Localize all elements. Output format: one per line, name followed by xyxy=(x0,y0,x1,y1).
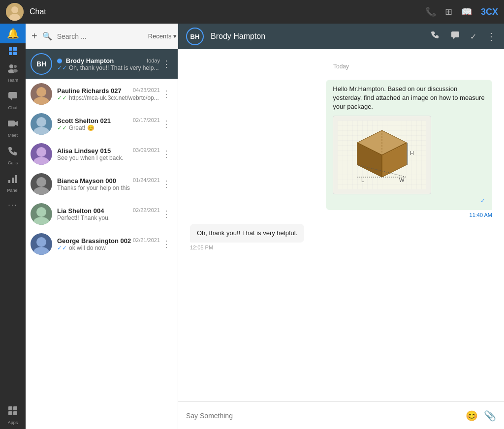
sidebar: 🔔 Team xyxy=(0,24,26,429)
chat-contact-name: Brody Hampton xyxy=(211,32,424,41)
avatar-bh: BH xyxy=(31,53,52,75)
contact-more-button-1[interactable]: ⋮ xyxy=(160,89,173,99)
contact-preview-2: ✓✓ Great! 😊 xyxy=(57,124,160,131)
svg-point-26 xyxy=(36,207,46,217)
svg-rect-14 xyxy=(8,406,12,410)
chat-bubble-icon[interactable] xyxy=(450,31,460,43)
contact-item-1[interactable]: Pauline Richards 027 04/23/2021 ✓✓ https… xyxy=(26,79,178,109)
contact-preview-5: Perfect!! Thank you. xyxy=(57,214,160,221)
sidebar-item-apps[interactable]: Apps xyxy=(0,401,26,429)
svg-point-28 xyxy=(36,237,46,247)
svg-point-20 xyxy=(36,117,46,127)
search-input[interactable] xyxy=(57,32,143,40)
contact-name-4: Bianca Mayson 000 xyxy=(57,177,116,184)
svg-rect-9 xyxy=(8,121,15,126)
svg-marker-8 xyxy=(10,98,12,100)
svg-rect-17 xyxy=(13,411,17,415)
book-icon[interactable]: 📖 xyxy=(461,6,472,17)
contact-more-button-6[interactable]: ⋮ xyxy=(160,239,173,249)
tick-icon-6: ✓✓ xyxy=(57,245,67,251)
tick-icon-2: ✓✓ xyxy=(57,124,67,131)
check-icon[interactable]: ✓ xyxy=(470,32,476,41)
contact-date-bh: today xyxy=(147,58,160,63)
sidebar-item-panel[interactable]: Panel xyxy=(0,169,26,197)
sidebar-calls-label: Calls xyxy=(8,160,18,165)
message-bubble-received-1: Oh, thank you!! That is very helpful. xyxy=(190,224,304,243)
contact-item-2[interactable]: Scott Shelton 021 02/17/2021 ✓✓ Great! 😊… xyxy=(26,109,178,139)
contact-more-button-5[interactable]: ⋮ xyxy=(160,209,173,219)
contact-name-2: Scott Shelton 021 xyxy=(57,117,111,124)
recents-button[interactable]: Recents ▾ xyxy=(148,32,177,40)
svg-point-1 xyxy=(11,6,18,13)
contact-preview-6: ✓✓ ok will do now xyxy=(57,245,160,251)
sidebar-apps-label: Apps xyxy=(8,420,18,425)
message-time-sent-1: 11:40 AM xyxy=(470,212,492,218)
contact-item-5[interactable]: Lia Shelton 004 02/22/2021 Perfect!! Tha… xyxy=(26,199,178,229)
message-time-received-1: 12:05 PM xyxy=(190,245,213,250)
contact-preview-bh: ✓✓ Oh, thank you!! That is very help... xyxy=(57,64,160,71)
contact-item-4[interactable]: Bianca Mayson 000 01/24/2021 Thanks for … xyxy=(26,169,178,199)
contact-date-1: 04/23/2021 xyxy=(133,87,160,94)
svg-marker-10 xyxy=(15,121,18,126)
options-icon[interactable]: ⋮ xyxy=(486,31,496,42)
svg-point-29 xyxy=(33,247,49,255)
contact-date-4: 01/24/2021 xyxy=(133,177,160,184)
box-image: H W L xyxy=(333,116,431,194)
contact-preview-1: ✓✓ https://mca-uk.3cx.net/webrtc/op... xyxy=(57,94,160,101)
team-icon xyxy=(7,63,18,76)
qr-icon[interactable]: ⊞ xyxy=(445,6,452,17)
svg-point-22 xyxy=(36,147,46,157)
contact-date-6: 02/21/2021 xyxy=(133,237,160,245)
svg-point-19 xyxy=(33,97,49,105)
contact-name-bh: Brody Hampton xyxy=(57,57,114,64)
input-area: 😊 📎 xyxy=(178,401,504,429)
svg-text:L: L xyxy=(361,177,364,183)
chat-main: BH Brody Hampton ✓ ⋮ To xyxy=(178,24,504,429)
svg-point-24 xyxy=(36,177,46,187)
sidebar-chat-label: Chat xyxy=(8,105,17,110)
sidebar-item-meet[interactable]: Meet xyxy=(0,114,26,142)
attachment-icon[interactable]: 📎 xyxy=(484,410,496,422)
contact-name-3: Alisa Lindsey 015 xyxy=(57,147,111,154)
more-icon: ··· xyxy=(8,201,17,210)
contact-more-button-bh[interactable]: ⋮ xyxy=(160,59,173,69)
contact-item-active[interactable]: BH Brody Hampton today ✓✓ Oh, thank you!… xyxy=(26,49,178,79)
avatar-1 xyxy=(31,83,52,105)
contact-more-button-2[interactable]: ⋮ xyxy=(160,119,173,129)
tick-icon-bh: ✓✓ xyxy=(57,64,67,71)
sidebar-item-notification[interactable]: 🔔 xyxy=(0,24,26,43)
contact-more-button-4[interactable]: ⋮ xyxy=(160,179,173,189)
main-layout: 🔔 Team xyxy=(0,24,504,429)
svg-rect-12 xyxy=(12,178,14,183)
svg-point-18 xyxy=(36,87,46,97)
add-chat-button[interactable]: + xyxy=(32,31,37,42)
calls-icon xyxy=(7,146,18,159)
sidebar-item-more[interactable]: ··· xyxy=(0,197,26,214)
messages-area: Today Hello Mr.Hampton. Based on our dis… xyxy=(178,49,504,401)
voice-call-icon[interactable] xyxy=(431,31,441,43)
contact-date-3: 03/09/2021 xyxy=(133,147,160,154)
phone-icon[interactable]: 📞 xyxy=(425,6,436,17)
avatar-6 xyxy=(31,233,52,255)
message-input[interactable] xyxy=(186,412,460,420)
chat-header-actions: ✓ ⋮ xyxy=(431,31,496,43)
svg-point-23 xyxy=(33,157,49,165)
search-bar: + 🔍 Recents ▾ xyxy=(26,24,178,49)
contact-item-3[interactable]: Alisa Lindsey 015 03/09/2021 See you whe… xyxy=(26,139,178,169)
svg-rect-7 xyxy=(8,92,17,98)
contact-item-6[interactable]: George Brassington 002 02/21/2021 ✓✓ ok … xyxy=(26,229,178,259)
contact-more-button-3[interactable]: ⋮ xyxy=(160,149,173,159)
sidebar-item-chat[interactable]: Chat xyxy=(0,87,26,114)
avatar-5 xyxy=(31,203,52,225)
contact-date-5: 02/22/2021 xyxy=(133,207,160,214)
top-bar: Chat 📞 ⊞ 📖 3CX xyxy=(0,0,504,24)
contact-name-1: Pauline Richards 027 xyxy=(57,87,122,94)
sidebar-item-calls[interactable]: Calls xyxy=(0,142,26,169)
emoji-icon[interactable]: 😊 xyxy=(466,410,478,422)
sidebar-item-windows[interactable] xyxy=(0,43,26,59)
svg-point-6 xyxy=(13,69,18,73)
contact-info-2: Scott Shelton 021 02/17/2021 ✓✓ Great! 😊 xyxy=(57,117,160,131)
svg-marker-31 xyxy=(453,37,455,39)
contact-info-6: George Brassington 002 02/21/2021 ✓✓ ok … xyxy=(57,237,160,251)
sidebar-item-team[interactable]: Team xyxy=(0,59,26,87)
